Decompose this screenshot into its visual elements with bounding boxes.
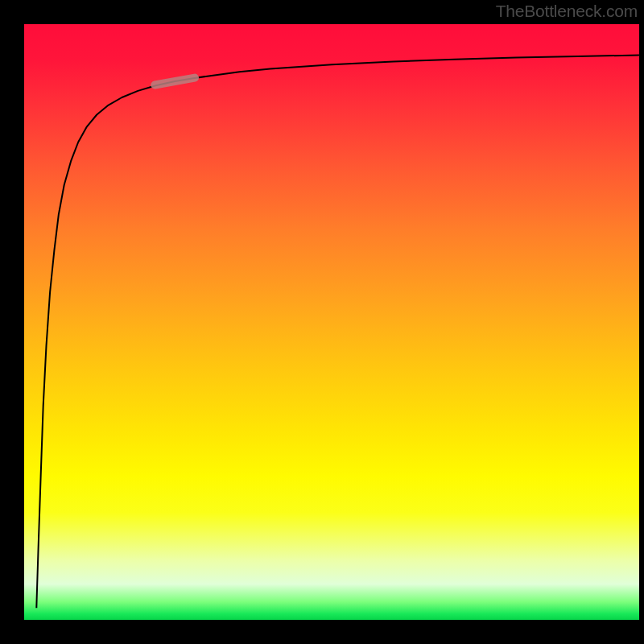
curve-layer [24, 24, 639, 620]
chart-frame: TheBottleneck.com [0, 0, 644, 644]
plot-area [24, 24, 639, 620]
attribution-text: TheBottleneck.com [496, 2, 638, 21]
bottleneck-curve [36, 56, 639, 609]
current-position-marker [155, 78, 195, 85]
